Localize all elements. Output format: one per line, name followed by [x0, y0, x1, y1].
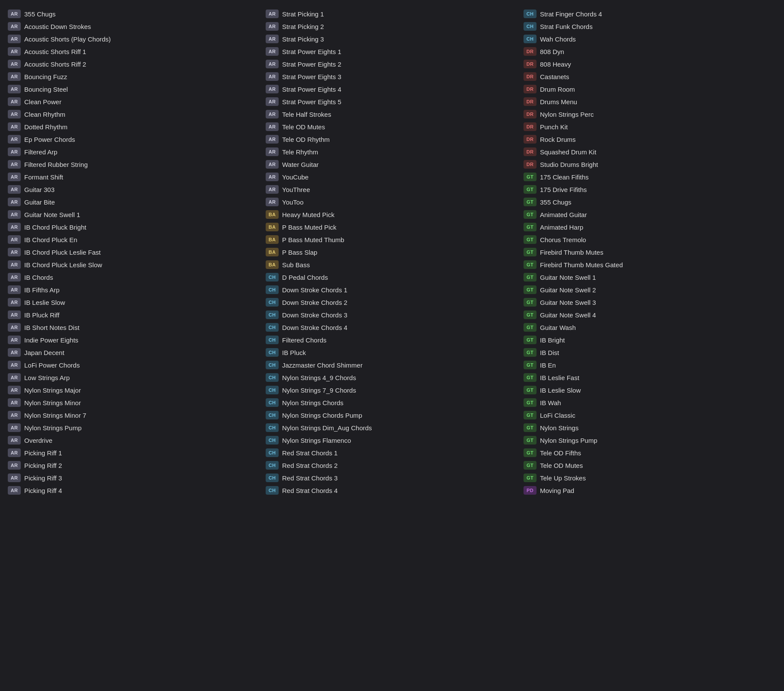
- list-item[interactable]: GTAnimated Guitar: [521, 208, 779, 221]
- list-item[interactable]: ARPicking Riff 2: [5, 459, 263, 471]
- list-item[interactable]: ARIB Leslie Slow: [5, 296, 263, 308]
- list-item[interactable]: CHDown Stroke Chords 1: [263, 284, 521, 296]
- list-item[interactable]: BAHeavy Muted Pick: [263, 208, 521, 221]
- list-item[interactable]: ARGuitar Bite: [5, 196, 263, 208]
- list-item[interactable]: DRSquashed Drum Kit: [521, 146, 779, 158]
- list-item[interactable]: AR355 Chugs: [5, 8, 263, 20]
- list-item[interactable]: ARFormant Shift: [5, 171, 263, 183]
- list-item[interactable]: ARIB Chord Pluck Bright: [5, 221, 263, 233]
- list-item[interactable]: ARIB Short Notes Dist: [5, 321, 263, 333]
- list-item[interactable]: ARBouncing Fuzz: [5, 70, 263, 83]
- list-item[interactable]: ARYouToo: [263, 196, 521, 208]
- list-item[interactable]: DRDrum Room: [521, 83, 779, 95]
- list-item[interactable]: GTTele Up Strokes: [521, 472, 779, 484]
- list-item[interactable]: GTIB Leslie Fast: [521, 371, 779, 384]
- list-item[interactable]: GTTele OD Mutes: [521, 459, 779, 471]
- list-item[interactable]: ARIB Chord Pluck Leslie Slow: [5, 259, 263, 271]
- list-item[interactable]: ARAcoustic Down Strokes: [5, 20, 263, 32]
- list-item[interactable]: GTGuitar Note Swell 2: [521, 284, 779, 296]
- list-item[interactable]: DRStudio Drums Bright: [521, 158, 779, 170]
- list-item[interactable]: CHNylon Strings Dim_Aug Chords: [263, 422, 521, 434]
- list-item[interactable]: GT355 Chugs: [521, 196, 779, 208]
- list-item[interactable]: ARTele OD Mutes: [263, 121, 521, 133]
- list-item[interactable]: GTTele OD Fifths: [521, 447, 779, 459]
- list-item[interactable]: GTFirebird Thumb Mutes Gated: [521, 259, 779, 271]
- list-item[interactable]: CHNylon Strings Chords: [263, 397, 521, 409]
- list-item[interactable]: CHNylon Strings Flamenco: [263, 434, 521, 446]
- list-item[interactable]: GTGuitar Wash: [521, 321, 779, 333]
- list-item[interactable]: CHRed Strat Chords 4: [263, 484, 521, 496]
- list-item[interactable]: ARTele Rhythm: [263, 146, 521, 158]
- list-item[interactable]: ARPicking Riff 3: [5, 472, 263, 484]
- list-item[interactable]: ARIndie Power Eights: [5, 334, 263, 346]
- list-item[interactable]: ARBouncing Steel: [5, 83, 263, 95]
- list-item[interactable]: BAP Bass Slap: [263, 246, 521, 258]
- list-item[interactable]: ARNylon Strings Major: [5, 384, 263, 396]
- list-item[interactable]: CHIB Pluck: [263, 346, 521, 358]
- list-item[interactable]: CHStrat Funk Chords: [521, 20, 779, 32]
- list-item[interactable]: DR808 Heavy: [521, 58, 779, 70]
- list-item[interactable]: ARPicking Riff 4: [5, 484, 263, 496]
- list-item[interactable]: CHRed Strat Chords 1: [263, 447, 521, 459]
- list-item[interactable]: ARIB Chord Pluck En: [5, 234, 263, 246]
- list-item[interactable]: ARLow Strings Arp: [5, 371, 263, 384]
- list-item[interactable]: DRNylon Strings Perc: [521, 108, 779, 120]
- list-item[interactable]: ARStrat Power Eights 4: [263, 83, 521, 95]
- list-item[interactable]: ARPicking Riff 1: [5, 447, 263, 459]
- list-item[interactable]: GTGuitar Note Swell 3: [521, 296, 779, 308]
- list-item[interactable]: ARTele OD Rhythm: [263, 133, 521, 145]
- list-item[interactable]: ARYouCube: [263, 171, 521, 183]
- list-item[interactable]: ARFiltered Rubber String: [5, 158, 263, 170]
- list-item[interactable]: AREp Power Chords: [5, 133, 263, 145]
- list-item[interactable]: DRRock Drums: [521, 133, 779, 145]
- list-item[interactable]: ARNylon Strings Minor: [5, 397, 263, 409]
- list-item[interactable]: ARStrat Picking 1: [263, 8, 521, 20]
- list-item[interactable]: ARNylon Strings Minor 7: [5, 409, 263, 421]
- list-item[interactable]: DR808 Dyn: [521, 45, 779, 58]
- list-item[interactable]: GTIB Leslie Slow: [521, 384, 779, 396]
- list-item[interactable]: CHJazzmaster Chord Shimmer: [263, 359, 521, 371]
- list-item[interactable]: GTAnimated Harp: [521, 221, 779, 233]
- list-item[interactable]: BAP Bass Muted Thumb: [263, 234, 521, 246]
- list-item[interactable]: CHNylon Strings 4_9 Chords: [263, 371, 521, 384]
- list-item[interactable]: ARStrat Power Eights 2: [263, 58, 521, 70]
- list-item[interactable]: ARAcoustic Shorts Riff 2: [5, 58, 263, 70]
- list-item[interactable]: ARGuitar 303: [5, 183, 263, 195]
- list-item[interactable]: GTNylon Strings: [521, 422, 779, 434]
- list-item[interactable]: ARStrat Power Eights 5: [263, 96, 521, 108]
- list-item[interactable]: GTChorus Tremolo: [521, 234, 779, 246]
- list-item[interactable]: CHDown Stroke Chords 4: [263, 321, 521, 333]
- list-item[interactable]: ARStrat Picking 3: [263, 33, 521, 45]
- list-item[interactable]: ARStrat Power Eights 3: [263, 70, 521, 83]
- list-item[interactable]: CHWah Chords: [521, 33, 779, 45]
- list-item[interactable]: ARLoFi Power Chords: [5, 359, 263, 371]
- list-item[interactable]: ARAcoustic Shorts (Play Chords): [5, 33, 263, 45]
- list-item[interactable]: GT175 Drive Fifiths: [521, 183, 779, 195]
- list-item[interactable]: BASub Bass: [263, 259, 521, 271]
- list-item[interactable]: DRPunch Kit: [521, 121, 779, 133]
- list-item[interactable]: DRDrums Menu: [521, 96, 779, 108]
- list-item[interactable]: GTGuitar Note Swell 4: [521, 309, 779, 321]
- list-item[interactable]: GTFirebird Thumb Mutes: [521, 246, 779, 258]
- list-item[interactable]: GTIB Dist: [521, 346, 779, 358]
- list-item[interactable]: ARDotted Rhythm: [5, 121, 263, 133]
- list-item[interactable]: CHRed Strat Chords 2: [263, 459, 521, 471]
- list-item[interactable]: BAP Bass Muted Pick: [263, 221, 521, 233]
- list-item[interactable]: GTIB Bright: [521, 334, 779, 346]
- list-item[interactable]: ARIB Chord Pluck Leslie Fast: [5, 246, 263, 258]
- list-item[interactable]: GTGuitar Note Swell 1: [521, 271, 779, 283]
- list-item[interactable]: ARWater Guitar: [263, 158, 521, 170]
- list-item[interactable]: ARGuitar Note Swell 1: [5, 208, 263, 221]
- list-item[interactable]: GTNylon Strings Pump: [521, 434, 779, 446]
- list-item[interactable]: CHNylon Strings 7_9 Chords: [263, 384, 521, 396]
- list-item[interactable]: GT175 Clean Fifiths: [521, 171, 779, 183]
- list-item[interactable]: GTIB Wah: [521, 397, 779, 409]
- list-item[interactable]: ARFiltered Arp: [5, 146, 263, 158]
- list-item[interactable]: CHRed Strat Chords 3: [263, 472, 521, 484]
- list-item[interactable]: PDMoving Pad: [521, 484, 779, 496]
- list-item[interactable]: GTIB En: [521, 359, 779, 371]
- list-item[interactable]: CHStrat Finger Chords 4: [521, 8, 779, 20]
- list-item[interactable]: ARTele Half Strokes: [263, 108, 521, 120]
- list-item[interactable]: GTLoFi Classic: [521, 409, 779, 421]
- list-item[interactable]: CHNylon Strings Chords Pump: [263, 409, 521, 421]
